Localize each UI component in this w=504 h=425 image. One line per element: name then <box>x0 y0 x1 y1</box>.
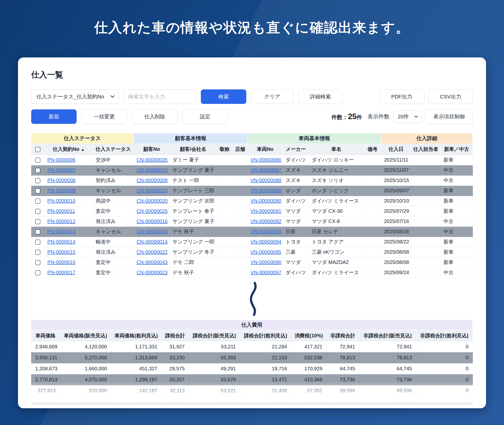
pdf-export-button[interactable]: PDF出力 <box>379 89 424 104</box>
cell-no: PN-0000010 <box>44 196 93 206</box>
search-input[interactable] <box>124 89 196 104</box>
record-link[interactable]: CN-00000014 <box>136 239 168 244</box>
table-row: PN-0000014輸送中CN-00000014サンプリング 一郎VN-0000… <box>31 237 473 247</box>
cell-store <box>233 175 248 186</box>
record-link[interactable]: VN-00000095 <box>251 249 281 255</box>
record-link[interactable]: CN-00000016 <box>136 218 168 224</box>
cell-no: PN-0000014 <box>44 237 93 247</box>
column-group-header: 仕入費用 <box>31 320 473 330</box>
csv-export-button[interactable]: CSV出力 <box>428 89 473 104</box>
cost-cell: 73,736 <box>359 374 416 385</box>
record-link[interactable]: VN-00000096 <box>251 259 281 265</box>
cell-customer_no: CN-00000009 <box>134 175 170 186</box>
bulk-change-button[interactable]: 一括変更 <box>82 109 127 124</box>
record-link[interactable]: VN-00000087 <box>251 167 281 173</box>
record-link[interactable]: VN-00000097 <box>251 270 281 275</box>
cell-condition: 新車 <box>441 237 473 247</box>
advanced-search-button[interactable]: 詳細検索 <box>298 89 343 104</box>
row-checkbox[interactable] <box>35 199 40 204</box>
record-link[interactable]: CN-00000035 <box>136 157 168 163</box>
record-link[interactable]: PN-0000014 <box>47 239 75 244</box>
record-link[interactable]: VN-00000094 <box>251 239 281 244</box>
row-checkbox[interactable] <box>35 209 40 214</box>
record-link[interactable]: CN-00000025 <box>136 208 168 214</box>
cell-honorific <box>217 267 233 278</box>
cost-table-row: 1,208,6731,660,000451,32729,57549,29119,… <box>31 363 473 374</box>
record-link[interactable]: CN-00000009 <box>136 178 168 183</box>
column-group-header: 顧客基本情報 <box>134 133 248 144</box>
new-button[interactable]: 新規 <box>31 109 77 124</box>
record-link[interactable]: VN-00000093 <box>251 229 281 234</box>
cell-no: PN-0000016 <box>44 257 93 267</box>
column-header: 車両価格(粗利見込) <box>111 330 161 341</box>
record-link[interactable]: CN-00000024 <box>136 188 168 193</box>
row-checkbox[interactable] <box>35 229 40 234</box>
cost-cell: 377,813 <box>31 385 60 396</box>
filter-type-select[interactable]: 仕入ステータス_仕入契約No <box>31 89 119 104</box>
cost-cell: 4,070,000 <box>60 374 111 385</box>
row-checkbox[interactable] <box>35 250 40 255</box>
record-link[interactable]: PN-0000016 <box>47 259 75 265</box>
record-link[interactable]: PN-0000011 <box>47 208 75 214</box>
record-link[interactable]: CN-00000020 <box>136 198 168 204</box>
record-link[interactable]: VN-00000086 <box>251 157 281 163</box>
cell-car: 三菱 eKワゴン <box>309 247 364 257</box>
cell-note <box>364 186 381 196</box>
row-checkbox[interactable] <box>35 188 40 194</box>
column-header: 車両No <box>248 144 283 155</box>
record-link[interactable]: PN-0000006 <box>47 157 75 163</box>
record-link[interactable]: PN-0000009 <box>47 188 75 193</box>
row-checkbox[interactable] <box>35 178 40 183</box>
cost-cell: 53,521 <box>189 385 240 396</box>
record-link[interactable]: PN-0000012 <box>47 218 75 224</box>
record-link[interactable]: CN-00000022 <box>136 249 168 255</box>
record-link[interactable]: PN-0000015 <box>47 249 75 255</box>
record-link[interactable]: PN-0000008 <box>47 178 75 183</box>
cost-cell: 0 <box>416 363 473 374</box>
cell-note <box>364 257 381 267</box>
record-link[interactable]: VN-00000091 <box>251 208 281 214</box>
cell-customer: ダミー 夏子 <box>170 155 217 165</box>
record-link[interactable]: PN-0000007 <box>47 167 75 173</box>
sort-asc-icon[interactable]: ▲ <box>81 147 85 152</box>
record-link[interactable]: PN-0000013 <box>47 229 75 234</box>
record-link[interactable]: CN-00000040 <box>136 229 168 234</box>
search-button[interactable]: 検索 <box>201 89 246 104</box>
settings-button[interactable]: 設定 <box>182 109 228 124</box>
display-column-control-button[interactable]: 表示項目制御 <box>425 109 473 124</box>
select-all-checkbox[interactable] <box>35 147 40 152</box>
record-link[interactable]: VN-00000092 <box>251 218 281 224</box>
cell-honorific <box>217 206 233 216</box>
page-size-select[interactable]: 20件 <box>393 110 421 123</box>
cell-customer: サンプリング 冬子 <box>170 247 217 257</box>
row-checkbox[interactable] <box>35 260 40 265</box>
cell-date: 2025/09/24 <box>381 267 411 278</box>
column-header: 消費税(10%) <box>291 330 327 341</box>
cell-no: PN-0000008 <box>44 175 93 186</box>
cell-customer: サンプリング 夏子 <box>170 216 217 226</box>
record-link[interactable]: PN-0000010 <box>47 198 75 204</box>
cost-cell: 69,789 <box>326 396 359 407</box>
row-checkbox[interactable] <box>35 239 40 245</box>
record-link[interactable]: VN-00000089 <box>251 188 281 193</box>
record-link[interactable]: VN-00000088 <box>251 178 281 183</box>
cell-store <box>233 216 248 226</box>
cell-vehicle_no: VN-00000093 <box>248 226 283 237</box>
row-checkbox[interactable] <box>35 158 40 163</box>
cost-cell: 57,352 <box>291 385 327 396</box>
delete-purchase-button[interactable]: 仕入削除 <box>132 109 177 124</box>
cost-cell: 31,927 <box>161 341 189 352</box>
record-link[interactable]: CN-00000023 <box>136 270 168 275</box>
cell-maker: マツダ <box>283 216 309 226</box>
horizontal-scrollbar[interactable] <box>31 403 473 405</box>
record-link[interactable]: VN-00000090 <box>251 198 281 204</box>
row-checkbox[interactable] <box>35 219 40 224</box>
record-link[interactable]: CN-00000043 <box>136 259 168 265</box>
record-link[interactable]: CN-00000016 <box>136 167 168 173</box>
clear-button[interactable]: クリア <box>251 89 294 104</box>
row-checkbox[interactable] <box>35 168 40 173</box>
record-link[interactable]: PN-0000017 <box>47 270 75 275</box>
column-header: 仕入契約No▲ <box>44 144 93 155</box>
row-checkbox[interactable] <box>35 270 40 275</box>
cell-honorific <box>217 247 233 257</box>
